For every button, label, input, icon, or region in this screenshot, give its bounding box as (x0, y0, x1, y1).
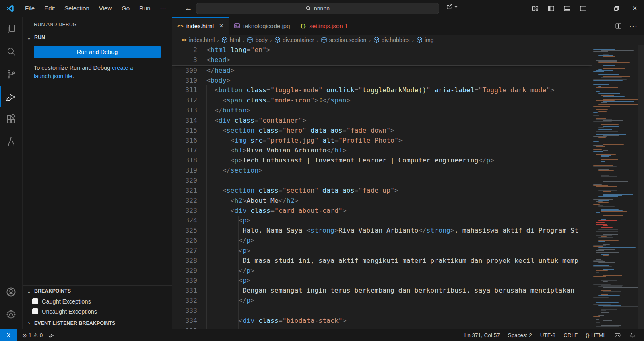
breadcrumb-item-img[interactable]: img (416, 37, 434, 43)
line-number[interactable]: 315 (172, 126, 197, 136)
line-number[interactable]: 328 (172, 256, 197, 266)
breadcrumb-item-div.hobbies[interactable]: div.hobbies (373, 37, 410, 43)
line-number[interactable]: 318 (172, 156, 197, 166)
line-number[interactable]: 3 (172, 55, 197, 65)
breakpoint-row[interactable]: Uncaught Exceptions (23, 306, 172, 316)
code-line[interactable]: 317<h1>Riva Vabian Arbianto</h1> (172, 146, 592, 156)
back-arrow-icon[interactable]: ← (185, 4, 192, 13)
menu-file[interactable]: File (20, 3, 39, 14)
extensions-icon[interactable] (0, 109, 22, 130)
minimap[interactable] (592, 45, 638, 329)
toggle-sidebar-left-icon[interactable] (547, 6, 555, 12)
code-line[interactable]: 332</p> (172, 296, 592, 306)
run-section-header[interactable]: ⌄ RUN (23, 32, 172, 43)
status-Ln 371, Col 57[interactable]: Ln 371, Col 57 (460, 329, 504, 341)
problems-status[interactable]: ⊗ 1 ⚠ 0 (19, 329, 45, 341)
code-line[interactable]: 311<button class="toggle-mode" onclick="… (172, 85, 592, 96)
sidebar-more-actions-icon[interactable]: ··· (157, 21, 165, 29)
code-line[interactable]: 333 (172, 306, 592, 316)
code-line[interactable]: 312<span class="mode-icon">☽</span> (172, 96, 592, 106)
run-and-debug-icon[interactable] (0, 86, 22, 107)
breakpoint-row[interactable]: Caught Exceptions (23, 296, 172, 306)
restore-icon[interactable] (607, 0, 625, 17)
status-bell[interactable] (625, 329, 640, 341)
line-number[interactable]: 312 (172, 96, 197, 106)
breadcrumb-item-html[interactable]: html (221, 37, 240, 43)
checkbox[interactable] (32, 308, 38, 314)
line-number[interactable]: 2 (172, 45, 197, 55)
line-number[interactable]: 323 (172, 206, 197, 216)
editor-more-actions-icon[interactable]: ··· (629, 22, 638, 30)
share-button[interactable] (446, 3, 458, 10)
line-number[interactable]: 326 (172, 236, 197, 246)
line-number[interactable]: 322 (172, 196, 197, 206)
close-icon[interactable]: ✕ (219, 23, 224, 29)
testing-icon[interactable] (0, 131, 22, 152)
line-number[interactable]: 314 (172, 116, 197, 126)
code-line[interactable]: 3<head> (172, 55, 592, 65)
remote-indicator[interactable] (0, 329, 17, 341)
code-line[interactable]: 327<p> (172, 246, 592, 256)
status-UTF-8[interactable]: UTF-8 (536, 329, 559, 341)
debug-status[interactable] (45, 329, 58, 341)
breadcrumb-item-section.section[interactable]: section.section (321, 37, 367, 43)
line-number[interactable]: 333 (172, 306, 197, 316)
code-line[interactable]: 315<section class="hero" data-aos="fade-… (172, 126, 592, 136)
status-copilot[interactable] (610, 329, 625, 341)
code-line[interactable]: 309</head> (172, 66, 592, 76)
line-number[interactable]: 334 (172, 316, 197, 326)
search-icon[interactable] (0, 41, 22, 62)
status-HTML[interactable]: {}HTML (582, 329, 610, 341)
menu-view[interactable]: View (94, 3, 117, 14)
status-CRLF[interactable]: CRLF (559, 329, 582, 341)
event-listener-breakpoints-header[interactable]: › EVENT LISTENER BREAKPOINTS (23, 318, 172, 328)
line-number[interactable]: 325 (172, 226, 197, 236)
code-line[interactable]: 325Halo, Nama Saya <strong>Riva Vabian A… (172, 226, 592, 236)
toggle-panel-icon[interactable] (564, 6, 571, 12)
code-line[interactable]: 334<div class="biodata-stack"> (172, 316, 592, 326)
menu-run[interactable]: Run (134, 3, 155, 14)
code-line[interactable]: 322<h2>About Me</h2> (172, 196, 592, 206)
line-number[interactable]: 310 (172, 76, 197, 86)
line-number[interactable]: 317 (172, 146, 197, 156)
breadcrumb-item-body[interactable]: body (247, 37, 267, 43)
menu-go[interactable]: Go (117, 3, 134, 14)
line-number[interactable]: 320 (172, 176, 197, 186)
code-line[interactable]: 314<div class="container"> (172, 116, 592, 126)
tab-settings.json[interactable]: {}settings.json 1 (295, 17, 353, 35)
checkbox[interactable] (32, 298, 38, 304)
code-line[interactable]: 321<section class="section" data-aos="fa… (172, 186, 592, 196)
code-line[interactable]: 313</button> (172, 106, 592, 116)
explorer-icon[interactable] (0, 19, 22, 40)
code-line[interactable]: 331Dengan semangat ingin terus berkemban… (172, 286, 592, 296)
code-line[interactable]: 316<img src="profile.jpg" alt="Profile P… (172, 136, 592, 146)
line-number[interactable]: 313 (172, 106, 197, 116)
split-editor-icon[interactable] (615, 23, 622, 29)
menu-moremoremore[interactable]: ··· (155, 3, 171, 14)
line-number[interactable]: 324 (172, 216, 197, 226)
code-editor[interactable]: 2<html lang="en">3<head> 309</head>310<b… (172, 45, 644, 329)
source-control-icon[interactable] (0, 64, 22, 85)
code-line[interactable]: 335 (172, 326, 592, 329)
code-line[interactable]: 310<body> (172, 76, 592, 86)
breadcrumb-item-div.container[interactable]: div.container (274, 37, 314, 43)
toggle-sidebar-right-icon[interactable] (580, 6, 587, 12)
breakpoints-section-header[interactable]: ⌄ BREAKPOINTS (23, 286, 172, 296)
line-number[interactable]: 332 (172, 296, 197, 306)
code-line[interactable]: 329</p> (172, 266, 592, 276)
line-number[interactable]: 319 (172, 166, 197, 176)
tab-teknologicode.jpg[interactable]: teknologicode.jpg (229, 17, 295, 35)
code-line[interactable]: 328Di masa studi ini, saya aktif mengiku… (172, 256, 592, 266)
code-line[interactable]: 324<p> (172, 216, 592, 226)
breadcrumb-item-index.html[interactable]: <>index.html (181, 37, 215, 43)
minimize-icon[interactable]: ─ (588, 0, 607, 17)
line-number[interactable]: 316 (172, 136, 197, 146)
code-line[interactable]: 319</section> (172, 166, 592, 176)
line-number[interactable]: 321 (172, 186, 197, 196)
code-line[interactable]: 330<p> (172, 276, 592, 286)
scrollbar[interactable] (638, 45, 644, 329)
line-number[interactable]: 309 (172, 66, 197, 76)
menu-edit[interactable]: Edit (39, 3, 60, 14)
line-number[interactable]: 335 (172, 326, 197, 329)
settings-gear-icon[interactable] (0, 304, 22, 325)
